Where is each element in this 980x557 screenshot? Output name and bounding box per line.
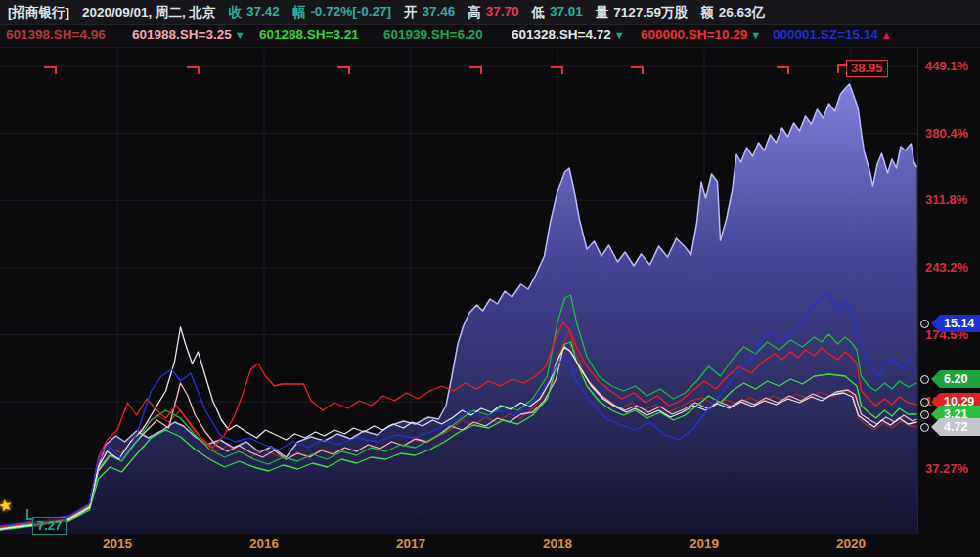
legend-item[interactable]: 601398.SH=4.96 [6, 27, 106, 42]
legend-code: 000001.SZ=15.14 [773, 27, 878, 42]
flag-marker-icon [187, 66, 200, 74]
title-bar: [招商银行] 2020/09/01, 周二, 北京 收37.42幅-0.72%[… [0, 0, 980, 25]
field-label: 收 [229, 4, 243, 21]
down-arrow-icon: ▼ [614, 29, 625, 41]
x-axis-tick: 2018 [536, 536, 579, 551]
x-axis-tick: 2015 [96, 536, 139, 551]
price-badge: 15.14 [920, 315, 980, 332]
field-label: 幅 [292, 4, 306, 21]
flag-marker-icon [337, 66, 350, 74]
x-axis-tick: 2020 [829, 536, 872, 551]
quote-field: 额26.63亿 [700, 4, 765, 21]
legend-item[interactable]: 600000.SH=10.29▼ [641, 27, 761, 42]
legend-item[interactable]: 601939.SH=6.20 [383, 27, 483, 42]
field-value: 37.46 [422, 4, 455, 21]
legend-item[interactable]: 601328.SH=4.72▼ [512, 27, 625, 42]
field-label: 开 [404, 4, 418, 21]
y-axis-tick: 243.2% [925, 260, 980, 275]
all-time-high-label: 38.95 [846, 60, 888, 77]
up-arrow-icon: ▲ [881, 29, 892, 41]
quote-field: 收37.42 [229, 4, 280, 21]
field-label: 低 [532, 4, 546, 21]
legend-code: 600000.SH=10.29 [641, 27, 747, 42]
badge-ring-icon [920, 423, 929, 432]
down-arrow-icon: ▼ [750, 29, 761, 41]
badge-ring-icon [920, 320, 929, 328]
quote-field: 开37.46 [404, 4, 455, 21]
flag-marker-icon [551, 66, 563, 74]
legend-item[interactable]: 601988.SH=3.25▼ [132, 27, 245, 42]
flag-marker-icon [44, 66, 57, 74]
legend-item[interactable]: 601288.SH=3.21 [259, 27, 359, 42]
y-axis-tick: 311.8% [925, 193, 980, 207]
quote-field: 低37.01 [532, 4, 583, 21]
field-value: 26.63亿 [719, 4, 765, 21]
quote-field: 高37.70 [468, 4, 518, 21]
stock-name: [招商银行] [8, 4, 69, 21]
field-label: 高 [468, 4, 481, 21]
flag-marker-icon [469, 66, 482, 74]
legend-code: 601288.SH=3.21 [259, 27, 359, 42]
y-axis-tick: 380.4% [925, 126, 980, 141]
legend-code: 601988.SH=3.25 [132, 27, 232, 42]
badge-ring-icon [920, 375, 929, 384]
flag-marker-icon [777, 66, 789, 74]
field-value: 37.70 [486, 4, 519, 21]
flag-marker-icon [631, 66, 644, 74]
field-value: -0.72%[-0.27] [310, 4, 391, 21]
y-axis-tick: 449.1% [925, 59, 980, 73]
stock-chart-app: [招商银行] 2020/09/01, 周二, 北京 收37.42幅-0.72%[… [0, 0, 980, 557]
x-axis-tick: 2016 [243, 536, 286, 551]
x-axis-tick: 2019 [683, 536, 726, 551]
x-axis-tick: 2017 [389, 536, 432, 551]
quote-field: 幅-0.72%[-0.27] [292, 4, 391, 21]
legend-code: 601328.SH=4.72 [512, 27, 611, 42]
field-label: 量 [596, 4, 609, 21]
field-label: 额 [700, 4, 714, 21]
field-value: 37.01 [550, 4, 583, 21]
badge-value: 6.20 [931, 370, 980, 388]
down-arrow-icon: ▼ [235, 29, 245, 41]
start-price-label: 7.27 [32, 517, 67, 535]
date-text: 2020/09/01, 周二, 北京 [82, 4, 216, 21]
legend-item[interactable]: 000001.SZ=15.14▲ [773, 27, 892, 42]
price-badge: 4.72 [920, 418, 980, 436]
quote-field: 量7127.59万股 [596, 4, 688, 21]
price-badge: 6.20 [920, 370, 980, 388]
badge-value: 4.72 [931, 418, 980, 436]
badge-value: 15.14 [931, 315, 980, 332]
legend-code: 601939.SH=6.20 [383, 27, 483, 42]
field-value: 7127.59万股 [613, 4, 688, 21]
legend-code: 601398.SH=4.96 [6, 27, 106, 42]
y-axis-tick: 37.27% [925, 461, 980, 476]
legend-row: 601398.SH=4.96601988.SH=3.25▼601288.SH=3… [0, 25, 980, 48]
performance-chart[interactable] [0, 0, 980, 557]
field-value: 37.42 [246, 4, 280, 21]
